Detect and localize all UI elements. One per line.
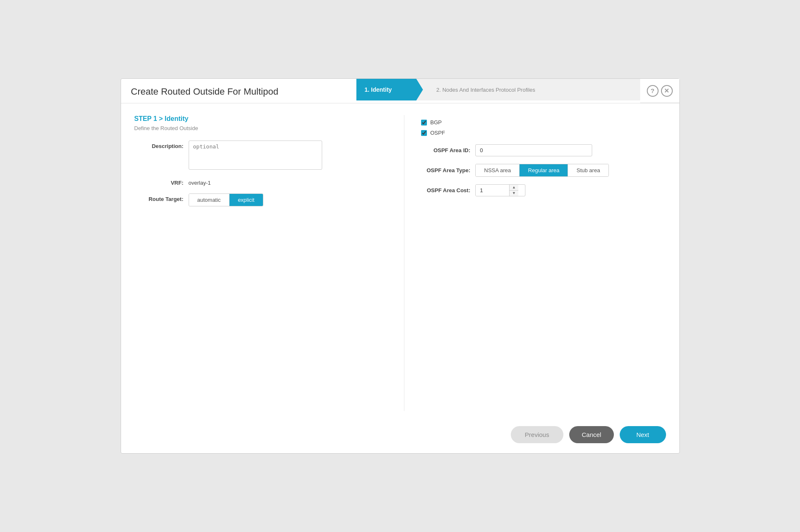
left-panel: STEP 1 > Identity Define the Routed Outs… [134, 115, 404, 411]
description-input[interactable] [189, 141, 322, 170]
vrf-value: overlay-1 [189, 177, 211, 186]
ospf-area-id-input[interactable] [475, 144, 592, 156]
section-description: Define the Routed Outside [134, 125, 388, 131]
ospf-area-type-toggle: NSSA area Regular area Stub area [475, 164, 609, 177]
route-target-automatic-btn[interactable]: automatic [189, 194, 230, 206]
vrf-label: VRF: [134, 177, 189, 186]
ospf-area-cost-label: OSPF Area Cost: [413, 187, 475, 193]
route-target-explicit-btn[interactable]: explicit [230, 194, 263, 206]
next-button[interactable]: Next [620, 426, 666, 443]
close-button[interactable]: ✕ [661, 85, 673, 97]
dialog-footer: Previous Cancel Next [121, 419, 679, 453]
route-target-toggle: automatic explicit [189, 193, 263, 206]
ospf-area-cost-row: OSPF Area Cost: ▲ ▼ [413, 184, 666, 196]
help-button[interactable]: ? [647, 85, 659, 97]
cancel-button[interactable]: Cancel [569, 426, 614, 443]
step2-tab[interactable]: 2. Nodes And Interfaces Protocol Profile… [423, 79, 640, 100]
ospf-regular-btn[interactable]: Regular area [520, 164, 568, 176]
description-label: Description: [134, 141, 189, 149]
bgp-checkbox[interactable] [421, 120, 427, 125]
create-dialog: Create Routed Outside For Multipod 1. Id… [121, 78, 680, 454]
ospf-area-type-row: OSPF Area Type: NSSA area Regular area S… [413, 164, 666, 177]
bgp-checkbox-row: BGP [421, 119, 666, 125]
step-breadcrumb: STEP 1 > Identity [134, 115, 388, 123]
route-target-row: Route Target: automatic explicit [134, 193, 388, 206]
ospf-stub-btn[interactable]: Stub area [568, 164, 608, 176]
ospf-area-id-label: OSPF Area ID: [413, 147, 475, 153]
dialog-title: Create Routed Outside For Multipod [131, 86, 278, 97]
ospf-label: OSPF [430, 130, 445, 136]
bgp-label: BGP [430, 119, 442, 125]
spinner-down-btn[interactable]: ▼ [510, 191, 518, 196]
vrf-row: VRF: overlay-1 [134, 177, 388, 186]
ospf-area-type-label: OSPF Area Type: [413, 167, 475, 173]
ospf-area-cost-input[interactable] [476, 185, 509, 196]
right-panel: BGP OSPF OSPF Area ID: OSPF Area Type: N… [404, 115, 666, 411]
wizard-steps-bar: 1. Identity 2. Nodes And Interfaces Prot… [356, 79, 640, 100]
previous-button[interactable]: Previous [511, 426, 563, 443]
ospf-checkbox-row: OSPF [421, 130, 666, 136]
spinner-up-btn[interactable]: ▲ [510, 185, 518, 191]
step1-tab[interactable]: 1. Identity [356, 79, 423, 100]
ospf-checkbox[interactable] [421, 130, 427, 136]
spinner-controls: ▲ ▼ [509, 185, 518, 196]
ospf-area-id-row: OSPF Area ID: [413, 144, 666, 156]
step1-label: 1. Identity [365, 86, 392, 93]
description-row: Description: [134, 141, 388, 170]
content-area: STEP 1 > Identity Define the Routed Outs… [121, 103, 679, 419]
dialog-header-bar: Create Routed Outside For Multipod 1. Id… [121, 79, 679, 103]
step2-label: 2. Nodes And Interfaces Protocol Profile… [437, 87, 535, 93]
ospf-nssa-btn[interactable]: NSSA area [476, 164, 520, 176]
route-target-label: Route Target: [134, 193, 189, 202]
ospf-area-cost-spinner: ▲ ▼ [475, 184, 525, 196]
